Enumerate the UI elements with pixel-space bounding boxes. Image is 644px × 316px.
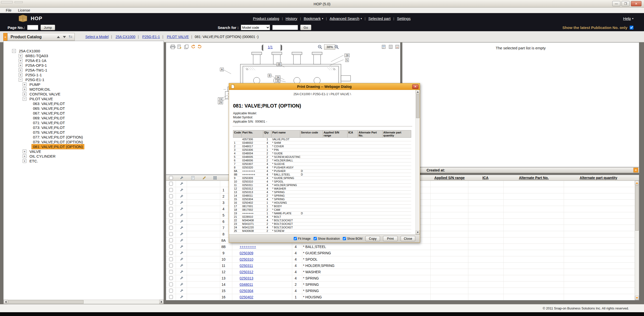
wrench-icon[interactable] — [180, 245, 183, 250]
column-header-applied-sn[interactable]: Applied S/N range — [432, 176, 467, 180]
row-checkbox[interactable] — [169, 226, 173, 230]
wrench-icon[interactable] — [180, 238, 183, 243]
wrench-icon[interactable] — [180, 295, 183, 300]
nav-link[interactable]: Settings — [397, 16, 410, 21]
menu-item[interactable]: License — [15, 8, 33, 12]
tree-item-label[interactable]: 069: VALVE;PILOT — [32, 116, 66, 120]
show-illustration-option[interactable]: Show illustration — [314, 237, 340, 240]
tree-item[interactable]: 065: VALVE;PILOT — [4, 106, 164, 111]
breadcrumb-link[interactable]: PILOT VALVE — [160, 35, 189, 39]
scroll-down-button[interactable] — [416, 230, 420, 234]
tree-item[interactable]: ETC. — [4, 159, 164, 163]
tree-item-label[interactable]: 071: VALVE;PILOT — [32, 120, 66, 125]
part-number-link[interactable]: 0348011 — [240, 283, 253, 287]
show-bom-checkbox[interactable] — [343, 237, 346, 240]
rotate-cw-icon[interactable] — [197, 45, 202, 50]
part-number-link[interactable]: 0250309 — [240, 251, 253, 255]
tree-item-label[interactable]: P25A-TW1-1 — [24, 68, 49, 73]
tree-expand-icon[interactable] — [19, 73, 22, 77]
nav-link[interactable]: Product catalog — [253, 16, 279, 21]
tree-horizontal-scrollbar[interactable] — [4, 300, 164, 304]
wrench-icon[interactable] — [180, 289, 183, 294]
wrench-icon[interactable] — [180, 276, 183, 281]
wrench-icon[interactable] — [180, 283, 183, 287]
tree-item-label[interactable]: 063: VALVE;PILOT — [32, 101, 66, 106]
next-page-icon[interactable] — [281, 46, 282, 50]
tree-item[interactable]: P25A-OP3-1 — [4, 63, 164, 68]
part-number-link[interactable]: 0250311 — [240, 264, 253, 268]
scrollbar-thumb[interactable] — [416, 94, 420, 118]
nav-link[interactable]: History — [286, 16, 297, 21]
tree-item-label[interactable]: P25G-E1-1 — [24, 77, 46, 82]
tree-item-label[interactable]: 065: VALVE;PILOT — [32, 106, 66, 111]
row-checkbox[interactable] — [169, 276, 173, 280]
expand-selected-parts-button[interactable]: » — [633, 168, 638, 172]
nav-link[interactable]: Bookmark — [304, 16, 321, 21]
row-checkbox[interactable] — [169, 188, 173, 192]
tree-item[interactable]: VALVE — [4, 149, 164, 154]
tree-expand-icon[interactable] — [23, 97, 26, 101]
row-checkbox[interactable] — [169, 207, 173, 211]
wrench-icon[interactable] — [180, 207, 183, 212]
show-bom-option[interactable]: Show BOM — [343, 237, 362, 240]
part-number-link[interactable]: 0250304 — [240, 289, 253, 293]
dialog-scrollbar[interactable] — [415, 90, 420, 234]
tree-item[interactable]: 079: VALVE;PILOT (OPTION) — [4, 139, 164, 144]
tree-item-label[interactable]: P25A-OP3-1 — [24, 63, 48, 68]
close-dialog-button[interactable]: Close — [401, 236, 415, 241]
tree-expand-icon[interactable] — [23, 154, 26, 158]
row-checkbox[interactable] — [169, 232, 173, 236]
nav-link[interactable]: Selected part — [368, 16, 390, 21]
wrench-icon[interactable] — [180, 176, 183, 181]
tree-expand-icon[interactable] — [23, 159, 26, 163]
zoom-level[interactable]: 38% — [324, 44, 335, 50]
tree-expand-icon[interactable] — [19, 54, 22, 58]
breadcrumb-link[interactable]: Select a Model — [85, 35, 109, 39]
search-type-select[interactable]: Model code — [241, 25, 270, 30]
row-checkbox[interactable] — [169, 289, 173, 293]
catalog-panel-header[interactable]: Product Catalog — [7, 33, 75, 41]
document-icon[interactable] — [191, 176, 195, 181]
tree-item-label[interactable]: VALVE — [28, 149, 42, 154]
previous-page-icon[interactable] — [262, 46, 263, 50]
rotate-ccw-icon[interactable] — [191, 45, 196, 50]
tree-item[interactable]: P25G-E1-1 — [4, 77, 164, 82]
tree-item-label[interactable]: 075: VALVE;PILOT — [32, 130, 66, 135]
part-number-link[interactable]: 0250312 — [240, 270, 253, 274]
pencil-icon[interactable] — [202, 176, 206, 181]
grid-icon[interactable] — [213, 176, 217, 181]
tree-item[interactable]: OIL CYLINDER — [4, 154, 164, 159]
zoom-in-icon[interactable] — [334, 45, 339, 50]
go-button[interactable]: Go — [300, 25, 311, 30]
tree-item-label[interactable]: 077: VALVE;PILOT (OPTION) — [32, 135, 84, 139]
dialog-titlebar[interactable]: Print Drawing -- Webpage Dialog ✕ — [229, 83, 420, 90]
column-header-ica[interactable]: ICA — [477, 176, 494, 180]
tree-expand-icon[interactable] — [19, 78, 22, 82]
tree-expand-icon[interactable] — [23, 83, 26, 86]
parts-table-scrollbar[interactable] — [635, 181, 639, 300]
tree-expand-icon[interactable] — [19, 59, 22, 62]
tree-item-label[interactable]: P25A-E1-1A — [24, 58, 48, 63]
print-view-icon[interactable] — [395, 45, 399, 50]
tree-item[interactable]: 067: VALVE;PILOT — [4, 111, 164, 116]
tree-item[interactable]: 6RB1-TQA03 — [4, 53, 164, 58]
tree-expand-icon[interactable] — [19, 68, 22, 72]
tree-item[interactable]: 25A CX1000 — [4, 49, 164, 53]
scrollbar-thumb[interactable] — [8, 300, 84, 304]
tree-item[interactable]: PILOT VALVE — [4, 96, 164, 101]
row-checkbox[interactable] — [169, 194, 173, 198]
fit-image-checkbox[interactable] — [294, 237, 297, 240]
scrollbar-thumb[interactable] — [635, 185, 639, 231]
maximize-button[interactable]: ❐ — [622, 1, 630, 6]
tree-expand-icon[interactable] — [23, 92, 26, 96]
wrench-icon[interactable] — [180, 257, 183, 262]
tree-item[interactable]: 081: VALVE;PILOT (OPTION) — [4, 144, 164, 149]
tree-item[interactable]: P25A-E1-1A — [4, 58, 164, 63]
row-checkbox[interactable] — [169, 213, 173, 217]
scroll-up-button[interactable] — [416, 90, 420, 94]
wrench-icon[interactable] — [180, 188, 183, 193]
part-number-link[interactable]: 0250310 — [240, 257, 253, 261]
tree-item[interactable]: 069: VALVE;PILOT — [4, 116, 164, 120]
tree-item-label[interactable]: ETC. — [28, 159, 39, 163]
tree-item-label[interactable]: 067: VALVE;PILOT — [32, 111, 66, 116]
